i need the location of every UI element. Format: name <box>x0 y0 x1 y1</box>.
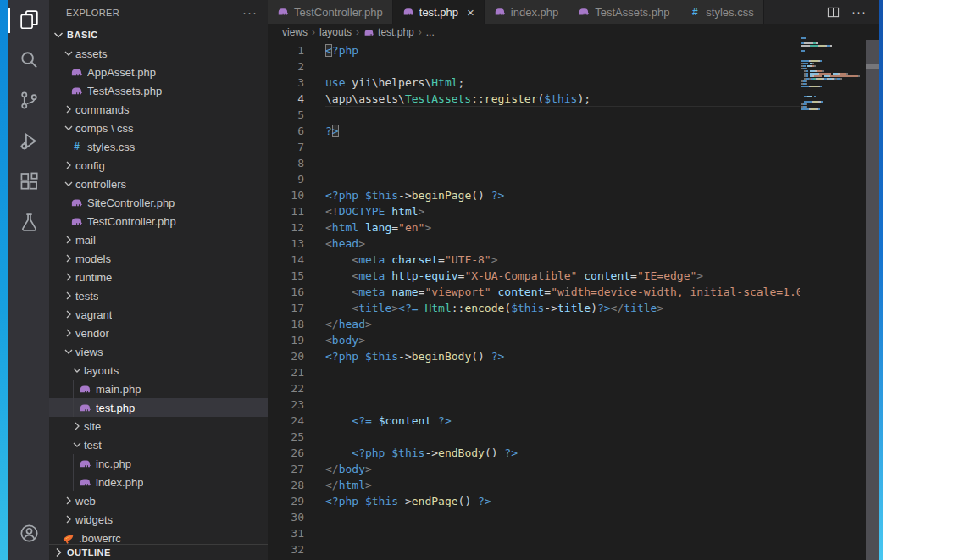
tree-item-test[interactable]: test <box>49 435 268 454</box>
php-file-icon <box>79 402 92 414</box>
line-number: 23 <box>268 396 325 413</box>
tree-item-widgets[interactable]: widgets <box>49 510 268 529</box>
tree-item-sitecontroller.php[interactable]: SiteController.php <box>49 193 268 212</box>
code-line-32[interactable]: 32 <box>268 541 800 557</box>
tree-item-index.php[interactable]: index.php <box>49 473 268 491</box>
code-line-6[interactable]: 6?> <box>268 123 800 139</box>
minimap[interactable] <box>800 24 866 560</box>
scrollbar-slider[interactable] <box>866 40 879 560</box>
tree-item-label: TestAssets.php <box>87 85 162 97</box>
tab-index.php[interactable]: index.php <box>485 0 568 24</box>
tree-item-config[interactable]: config <box>49 156 268 175</box>
tree-item-runtime[interactable]: runtime <box>49 268 268 286</box>
line-number: 26 <box>268 445 325 461</box>
tree-item-controllers[interactable]: controllers <box>49 175 268 193</box>
section-basic[interactable]: BASIC <box>49 25 268 44</box>
code-editor[interactable]: 1<?php23use yii\helpers\Html;4\app\asset… <box>268 41 800 560</box>
tree-indent-guide <box>73 473 74 491</box>
code-line-19[interactable]: 19<body> <box>268 332 800 348</box>
section-outline[interactable]: OUTLINE <box>49 544 268 560</box>
code-line-15[interactable]: 15 <meta http-equiv="X-UA-Compatible" co… <box>268 268 800 284</box>
breadcrumb-item-test.php[interactable]: test.php <box>363 26 414 38</box>
code-line-23[interactable]: 23 <box>268 396 800 413</box>
tree-item-comps-css[interactable]: comps \ css <box>49 119 268 137</box>
code-line-2[interactable]: 2 <box>268 58 800 75</box>
line-number: 5 <box>268 107 325 123</box>
split-editor-icon[interactable] <box>827 6 840 19</box>
activitybar-extensions[interactable] <box>8 163 49 203</box>
code-line-11[interactable]: 11<!DOCTYPE html> <box>268 203 800 219</box>
tree-item-commands[interactable]: commands <box>49 100 268 119</box>
tree-item-styles.css[interactable]: #styles.css <box>49 137 268 156</box>
code-line-9[interactable]: 9 <box>268 171 800 187</box>
tree-item-appasset.php[interactable]: AppAsset.php <box>49 63 268 81</box>
tree-item-inc.php[interactable]: inc.php <box>49 454 268 473</box>
activitybar-account[interactable] <box>8 514 49 555</box>
tree-item-assets[interactable]: assets <box>49 44 268 63</box>
tree-item-mail[interactable]: mail <box>49 230 268 249</box>
code-line-29[interactable]: 29<?php $this->endPage() ?> <box>268 493 800 509</box>
code-line-28[interactable]: 28</html> <box>268 477 800 493</box>
chevron-right-icon <box>62 289 75 302</box>
tree-item-label: test <box>84 439 102 452</box>
code-line-1[interactable]: 1<?php <box>268 42 800 58</box>
code-line-13[interactable]: 13<head> <box>268 236 800 252</box>
tree-item-web[interactable]: web <box>49 491 268 510</box>
tree-item-testcontroller.php[interactable]: TestController.php <box>49 212 268 230</box>
breadcrumb-item-...[interactable]: ... <box>426 26 435 38</box>
activitybar-explorer[interactable] <box>8 0 49 41</box>
code-line-20[interactable]: 20<?php $this->beginBody() ?> <box>268 348 800 364</box>
tab-test.php[interactable]: test.php× <box>393 0 485 24</box>
tree-item-layouts[interactable]: layouts <box>49 361 268 380</box>
tree-item-label: models <box>75 252 111 265</box>
code-line-30[interactable]: 30 <box>268 509 800 525</box>
breadcrumb-item-layouts[interactable]: layouts <box>319 26 352 38</box>
code-line-16[interactable]: 16 <meta name="viewport" content="width=… <box>268 284 800 300</box>
code-line-31[interactable]: 31 <box>268 525 800 541</box>
code-line-14[interactable]: 14 <meta charset="UTF-8"> <box>268 252 800 268</box>
code-line-26[interactable]: 26 <?php $this->endBody() ?> <box>268 445 800 461</box>
chevron-right-icon <box>62 270 75 284</box>
tab-testassets.php[interactable]: TestAssets.php <box>568 0 679 24</box>
close-icon[interactable]: × <box>467 7 474 18</box>
tree-item-main.php[interactable]: main.php <box>49 380 268 398</box>
tree-item-testassets.php[interactable]: TestAssets.php <box>49 81 268 100</box>
activitybar-testing[interactable] <box>8 203 49 244</box>
code-line-21[interactable]: 21 <box>268 364 800 380</box>
breadcrumb-item-views[interactable]: views <box>282 26 308 38</box>
wallpaper-strip-right <box>879 0 883 560</box>
tree-item-vendor[interactable]: vendor <box>49 324 268 342</box>
code-line-24[interactable]: 24 <?= $content ?> <box>268 413 800 429</box>
tree-item-vagrant[interactable]: vagrant <box>49 305 268 324</box>
code-line-10[interactable]: 10<?php $this->beginPage() ?> <box>268 187 800 203</box>
tab-testcontroller.php[interactable]: TestController.php <box>268 0 393 24</box>
code-line-25[interactable]: 25 <box>268 429 800 445</box>
code-line-4[interactable]: 4\app\assets\TestAssets::register($this)… <box>268 91 800 107</box>
line-content: <?php $this->beginBody() ?> <box>325 348 800 364</box>
code-line-12[interactable]: 12<html lang="en"> <box>268 219 800 236</box>
line-number: 2 <box>268 58 325 75</box>
line-number: 24 <box>268 413 325 429</box>
tree-item-site[interactable]: site <box>49 417 268 435</box>
code-line-18[interactable]: 18</head> <box>268 316 800 332</box>
tree-item-models[interactable]: models <box>49 249 268 268</box>
code-line-27[interactable]: 27</body> <box>268 461 800 477</box>
tab-styles.css[interactable]: #styles.css <box>679 0 763 24</box>
more-actions-icon[interactable]: ··· <box>851 8 867 16</box>
line-content: <meta name="viewport" content="width=dev… <box>325 284 800 300</box>
code-line-22[interactable]: 22 <box>268 380 800 396</box>
code-line-8[interactable]: 8 <box>268 155 800 171</box>
tree-item-label: main.php <box>96 383 141 396</box>
tree-item-tests[interactable]: tests <box>49 286 268 305</box>
more-actions-icon[interactable]: ··· <box>242 8 258 17</box>
flask-icon <box>19 213 39 236</box>
code-line-17[interactable]: 17 <title><?= Html::encode($this->title)… <box>268 300 800 316</box>
tree-item-test.php[interactable]: test.php <box>49 398 268 417</box>
code-line-3[interactable]: 3use yii\helpers\Html; <box>268 75 800 91</box>
tree-item-views[interactable]: views <box>49 342 268 361</box>
code-line-5[interactable]: 5 <box>268 107 800 123</box>
activitybar-run-and-debug[interactable] <box>8 122 49 163</box>
code-line-7[interactable]: 7 <box>268 139 800 155</box>
activitybar-search[interactable] <box>8 41 49 81</box>
activitybar-source-control[interactable] <box>8 81 49 122</box>
